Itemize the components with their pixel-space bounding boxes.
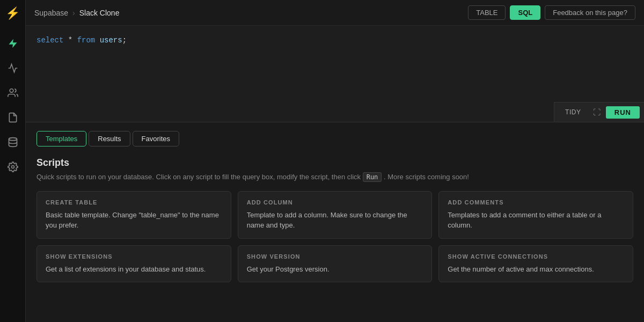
identifier-users: users [95, 36, 122, 45]
script-card-title: SHOW VERSION [247, 253, 423, 260]
breadcrumb: Supabase › Slack Clone [34, 9, 119, 17]
scripts-description: Quick scripts to run on your database. C… [36, 172, 633, 182]
fullscreen-icon[interactable]: ⛶ [590, 106, 604, 119]
breadcrumb-current: Slack Clone [79, 9, 120, 17]
desc-prefix: Quick scripts to run on your database. C… [36, 173, 361, 181]
sidebar-item-file[interactable] [7, 112, 19, 123]
keyword-from: from [77, 36, 96, 45]
sidebar: ⚡ [0, 0, 26, 322]
script-card-title: ADD COMMENTS [448, 199, 624, 206]
tidy-button[interactable]: TIDY [559, 106, 588, 118]
desc-suffix: . More scripts coming soon! [384, 173, 469, 181]
script-card-title: ADD COLUMN [247, 199, 423, 206]
semicolon: ; [122, 36, 127, 45]
svg-point-0 [10, 89, 13, 93]
topbar-right: TABLE SQL Feedback on this page? [468, 5, 635, 20]
script-card-desc: Templates to add a comment to either a t… [448, 210, 624, 231]
sql-tab-button[interactable]: SQL [510, 5, 540, 20]
scripts-title: Scripts [36, 157, 633, 169]
script-grid: CREATE TABLE Basic table template. Chang… [36, 191, 633, 283]
sidebar-item-activity[interactable] [7, 62, 19, 74]
script-card-desc: Template to add a column. Make sure to c… [247, 210, 423, 231]
sidebar-item-bolt[interactable] [7, 38, 19, 49]
sidebar-item-database[interactable] [7, 136, 19, 148]
script-card-desc: Get the number of active and max connect… [448, 264, 624, 275]
tab-favorites[interactable]: Favorites [133, 131, 179, 147]
run-inline-code: Run [363, 172, 382, 182]
script-card-title: CREATE TABLE [46, 199, 222, 206]
script-card[interactable]: ADD COMMENTS Templates to add a comment … [438, 191, 633, 239]
tab-results[interactable]: Results [89, 131, 130, 147]
sidebar-item-users[interactable] [7, 87, 19, 99]
script-card-title: SHOW ACTIVE CONNECTIONS [448, 253, 624, 260]
script-card[interactable]: SHOW EXTENSIONS Get a list of extensions… [36, 245, 231, 283]
script-card-desc: Basic table template. Change "table_name… [46, 210, 222, 231]
editor-area: select * from users; TIDY ⛶ RUN [26, 26, 644, 122]
breadcrumb-parent[interactable]: Supabase [34, 9, 68, 17]
svg-point-1 [9, 138, 17, 141]
app-logo: ⚡ [5, 6, 20, 20]
script-card[interactable]: SHOW ACTIVE CONNECTIONS Get the number o… [438, 245, 633, 283]
script-card[interactable]: SHOW VERSION Get your Postgres version. [238, 245, 433, 283]
sidebar-item-settings[interactable] [7, 161, 19, 173]
script-card-desc: Get your Postgres version. [247, 264, 423, 275]
editor-toolbar: TIDY ⛶ RUN [554, 102, 644, 122]
feedback-button[interactable]: Feedback on this page? [545, 5, 635, 20]
tabs-row: Templates Results Favorites [36, 131, 633, 147]
main-content: Supabase › Slack Clone TABLE SQL Feedbac… [26, 0, 644, 322]
script-card-title: SHOW EXTENSIONS [46, 253, 222, 260]
content-area: Templates Results Favorites Scripts Quic… [26, 122, 644, 322]
script-card[interactable]: CREATE TABLE Basic table template. Chang… [36, 191, 231, 239]
topbar: Supabase › Slack Clone TABLE SQL Feedbac… [26, 0, 644, 26]
script-card[interactable]: ADD COLUMN Template to add a column. Mak… [238, 191, 433, 239]
code-editor[interactable]: select * from users; [26, 26, 644, 112]
breadcrumb-separator: › [72, 9, 75, 17]
run-button[interactable]: RUN [606, 106, 640, 119]
svg-point-2 [11, 166, 14, 169]
operator-star: * [63, 36, 77, 45]
tab-templates[interactable]: Templates [36, 131, 86, 147]
script-card-desc: Get a list of extensions in your databas… [46, 264, 222, 275]
keyword-select: select [36, 36, 63, 45]
table-tab-button[interactable]: TABLE [468, 5, 506, 20]
